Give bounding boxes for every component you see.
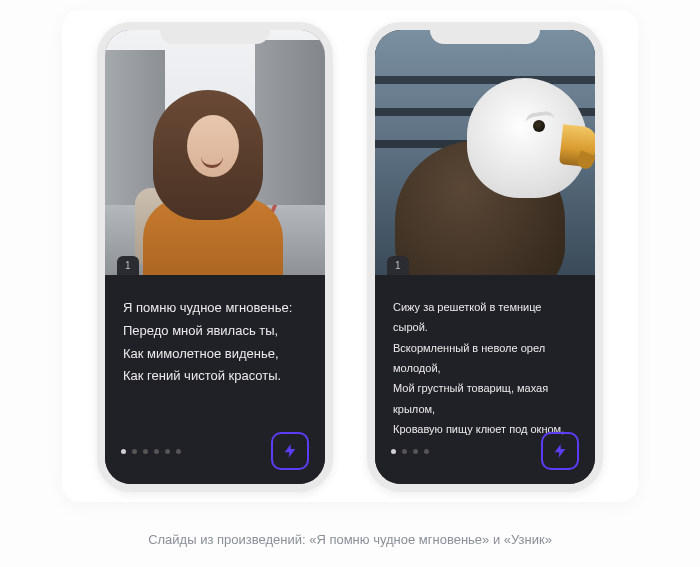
poem-text: Сижу за решеткой в темнице сырой. Вскорм… <box>393 297 577 439</box>
pagination-dot[interactable] <box>165 449 170 454</box>
mockup-stage: 1 Я помню чудное мгновенье: Передо мной … <box>0 0 700 567</box>
poem-text: Я помню чудное мгновенье: Передо мной яв… <box>123 297 307 388</box>
pagination-dots[interactable] <box>391 449 429 454</box>
pagination-dot[interactable] <box>391 449 396 454</box>
pagination-dots[interactable] <box>121 449 181 454</box>
figure-caption: Слайды из произведений: «Я помню чудное … <box>0 532 700 547</box>
pagination-dot[interactable] <box>424 449 429 454</box>
bottom-bar <box>105 432 325 470</box>
page-number-badge: 1 <box>117 256 139 275</box>
app-screen-2: 1 Сижу за решеткой в темнице сырой. Вско… <box>375 30 595 484</box>
bottom-bar <box>375 432 595 470</box>
pagination-dot[interactable] <box>132 449 137 454</box>
pagination-dot[interactable] <box>402 449 407 454</box>
pagination-dot[interactable] <box>154 449 159 454</box>
mockup-card: 1 Я помню чудное мгновенье: Передо мной … <box>62 10 638 502</box>
app-screen-1: 1 Я помню чудное мгновенье: Передо мной … <box>105 30 325 484</box>
bolt-icon <box>282 443 298 459</box>
pagination-dot[interactable] <box>143 449 148 454</box>
bolt-icon <box>552 443 568 459</box>
device-notch <box>160 22 270 44</box>
page-number-badge: 1 <box>387 256 409 275</box>
phone-mockup-1: 1 Я помню чудное мгновенье: Передо мной … <box>97 22 333 492</box>
pagination-dot[interactable] <box>413 449 418 454</box>
slide-image-woman-on-street: 1 <box>105 30 325 275</box>
pagination-dot[interactable] <box>176 449 181 454</box>
device-notch <box>430 22 540 44</box>
pagination-dot[interactable] <box>121 449 126 454</box>
action-button[interactable] <box>541 432 579 470</box>
slide-image-bald-eagle: 1 <box>375 30 595 275</box>
action-button[interactable] <box>271 432 309 470</box>
phone-mockup-2: 1 Сижу за решеткой в темнице сырой. Вско… <box>367 22 603 492</box>
phone-row: 1 Я помню чудное мгновенье: Передо мной … <box>62 10 638 492</box>
